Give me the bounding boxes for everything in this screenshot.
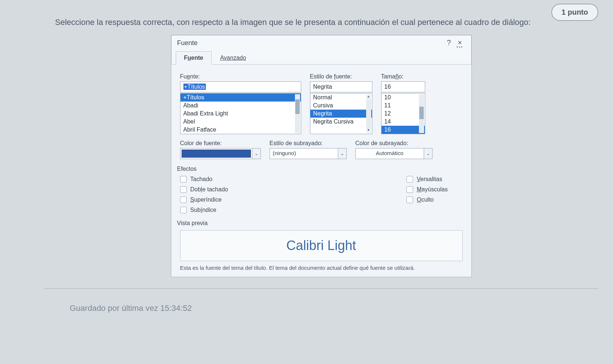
size-list-scrollbar[interactable] <box>419 94 424 133</box>
help-button[interactable]: ? <box>444 39 455 48</box>
list-item[interactable]: Abadi <box>180 102 301 110</box>
style-list-scrollbar[interactable]: ▲ ▼ <box>366 94 371 133</box>
size-listbox[interactable]: 10 11 12 14 16 <box>381 93 425 134</box>
underline-color-value: Automático <box>355 148 424 159</box>
underline-style-value: (ninguno) <box>270 148 338 159</box>
saved-timestamp: Guardado por última vez 15:34:52 <box>70 304 598 313</box>
font-color-label: Color de fuente: <box>180 140 261 147</box>
tab-avanzado-label: Avanzado <box>220 55 246 61</box>
checkbox-box <box>180 176 187 183</box>
preview-note: Esta es la fuente del tema del título. E… <box>180 265 463 271</box>
scrollbar-thumb[interactable] <box>295 99 300 114</box>
checkbox-label: Mayúsculas <box>417 186 448 193</box>
list-item[interactable]: Negrita Cursiva <box>310 118 372 126</box>
list-item[interactable]: +Títulos <box>180 93 301 102</box>
checkbox-label: Doble tachado <box>190 186 228 193</box>
font-listbox[interactable]: +Títulos Abadi Abadi Extra Light Abel Ab… <box>180 93 301 134</box>
preview-box: Calibri Light <box>180 230 463 261</box>
chevron-down-icon: ⌄ <box>340 151 344 156</box>
underline-style-combo[interactable]: (ninguno) ⌄ <box>270 148 347 159</box>
tab-panel-fuente: Fuente: +Títulos +Títulos Abadi Abadi Ex… <box>171 64 471 277</box>
checkbox-label: Tachado <box>190 176 213 183</box>
font-label: Fuente: <box>180 73 301 80</box>
style-input[interactable]: Negrita <box>310 81 372 92</box>
font-input[interactable]: +Títulos <box>180 81 301 92</box>
scroll-down-icon[interactable]: ▼ <box>366 128 371 133</box>
list-item[interactable]: Normal <box>310 93 372 102</box>
chevron-down-icon: ⌄ <box>255 151 258 156</box>
dropdown-button[interactable]: ⌄ <box>338 148 347 159</box>
checkbox-mayusculas[interactable]: Mayúsculas <box>406 186 448 193</box>
checkbox-subindice[interactable]: Subíndice <box>180 207 228 213</box>
checkbox-label: Oculto <box>417 196 434 203</box>
close-button[interactable]: × ••• <box>455 39 466 48</box>
dropdown-button[interactable]: ⌄ <box>252 148 261 159</box>
underline-color-combo[interactable]: Automático ⌄ <box>355 148 433 159</box>
font-input-value: +Títulos <box>183 84 206 90</box>
preview-title: Vista previa <box>177 220 463 227</box>
question-text: Seleccione la respuesta correcta, con re… <box>55 17 598 28</box>
font-list-scrollbar[interactable] <box>295 94 300 133</box>
checkbox-label: Subíndice <box>190 207 216 213</box>
font-dialog: Fuente ? × ••• Fuente Avanzado <box>171 35 472 277</box>
tab-fuente[interactable]: Fuente <box>176 51 212 65</box>
checkbox-box <box>180 207 187 213</box>
tab-avanzado[interactable]: Avanzado <box>212 51 255 65</box>
list-item[interactable]: 10 <box>382 93 425 102</box>
checkbox-superindice[interactable]: Superíndice <box>180 196 228 203</box>
list-item[interactable]: Abadi Extra Light <box>180 110 301 118</box>
font-color-combo[interactable]: ⌄ <box>180 148 261 159</box>
font-color-value <box>180 148 252 159</box>
list-item[interactable]: 11 <box>382 102 425 110</box>
dialog-tabs: Fuente Avanzado <box>176 51 471 65</box>
style-label: Estilo de fuente: <box>310 73 372 80</box>
size-input[interactable]: 16 <box>381 81 425 92</box>
scrollbar-thumb[interactable] <box>419 107 424 119</box>
dialog-titlebar: Fuente ? × ••• <box>171 35 471 49</box>
checkbox-versalitas[interactable]: Versalitas <box>406 176 448 183</box>
underline-color-label: Color de subrayado: <box>355 140 433 147</box>
checkbox-box <box>406 176 413 183</box>
checkbox-box <box>180 186 187 193</box>
effects-title: Efectos <box>177 166 463 172</box>
points-pill: 1 punto <box>551 4 598 21</box>
checkbox-label: Superíndice <box>190 196 222 203</box>
dialog-title: Fuente <box>177 39 444 47</box>
checkbox-tachado[interactable]: Tachado <box>180 176 228 183</box>
checkbox-doble-tachado[interactable]: Doble tachado <box>180 186 228 193</box>
checkbox-box <box>406 196 413 203</box>
divider <box>44 288 598 289</box>
list-item[interactable]: Abel <box>180 118 301 126</box>
underline-style-label: Estilo de subrayado: <box>270 140 347 147</box>
dropdown-button[interactable]: ⌄ <box>424 148 433 159</box>
list-item[interactable]: Negrita <box>310 110 372 118</box>
size-label: Tamaño: <box>381 73 425 80</box>
more-dots-icon: ••• <box>456 46 463 48</box>
chevron-down-icon: ⌄ <box>426 151 430 156</box>
list-item[interactable]: Abril Fatface <box>180 126 301 134</box>
tab-fuente-label: Fuente <box>184 55 203 61</box>
scroll-up-icon[interactable]: ▲ <box>366 94 371 99</box>
list-item[interactable]: 14 <box>382 118 425 126</box>
color-swatch <box>182 150 251 158</box>
checkbox-box <box>406 186 413 193</box>
list-item[interactable]: 12 <box>382 110 425 118</box>
checkbox-box <box>180 196 187 203</box>
list-item[interactable]: Cursiva <box>310 102 372 110</box>
checkbox-label: Versalitas <box>417 176 442 183</box>
checkbox-oculto[interactable]: Oculto <box>406 196 448 203</box>
style-listbox[interactable]: Normal Cursiva Negrita Negrita Cursiva ▲… <box>310 93 372 134</box>
list-item[interactable]: 16 <box>382 126 425 134</box>
